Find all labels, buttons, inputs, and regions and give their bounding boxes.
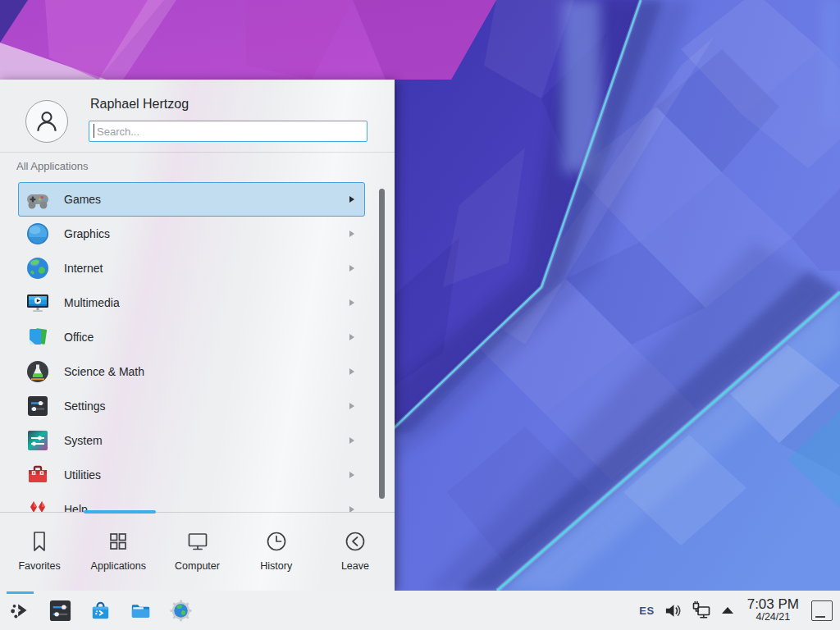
help-icon bbox=[25, 496, 51, 512]
keyboard-layout-indicator[interactable]: ES bbox=[639, 605, 654, 617]
application-launcher-button[interactable] bbox=[5, 591, 35, 630]
history-icon bbox=[264, 529, 289, 554]
category-label: Graphics bbox=[64, 227, 110, 240]
user-avatar[interactable] bbox=[25, 100, 68, 143]
submenu-arrow-icon bbox=[349, 231, 354, 237]
tab-label: Computer bbox=[175, 560, 220, 572]
applications-icon bbox=[106, 529, 130, 554]
tab-favorites[interactable]: Favorites bbox=[0, 525, 79, 572]
category-office[interactable]: Office bbox=[18, 320, 365, 354]
system-icon bbox=[25, 427, 51, 454]
system-tray: ES 7:03 PM 4/24/21 bbox=[639, 597, 840, 623]
submenu-arrow-icon bbox=[349, 299, 354, 306]
desktop: Raphael Hertzog All Applications bbox=[0, 0, 840, 630]
tab-applications[interactable]: Applications bbox=[79, 525, 158, 572]
category-label: Multimedia bbox=[64, 296, 120, 309]
category-label: System bbox=[64, 434, 103, 447]
search-field bbox=[89, 121, 368, 142]
submenu-arrow-icon bbox=[349, 265, 354, 272]
graphics-icon bbox=[25, 221, 51, 247]
tab-label: Favorites bbox=[18, 560, 60, 572]
globe-gear-icon bbox=[168, 598, 194, 623]
utilities-icon bbox=[25, 462, 51, 488]
tab-history[interactable]: History bbox=[237, 525, 316, 572]
category-label: Utilities bbox=[64, 468, 101, 482]
category-list: Games Graphics bbox=[0, 182, 379, 512]
tab-label: History bbox=[260, 560, 292, 572]
show-desktop-glyph bbox=[815, 616, 825, 618]
category-label: Games bbox=[64, 193, 101, 206]
submenu-arrow-icon bbox=[349, 334, 354, 340]
digital-clock[interactable]: 7:03 PM 4/24/21 bbox=[747, 597, 799, 623]
show-desktop-button[interactable] bbox=[811, 600, 833, 621]
games-icon bbox=[25, 186, 51, 212]
active-tab-indicator bbox=[84, 510, 156, 514]
tabs-divider bbox=[0, 512, 395, 513]
multimedia-icon bbox=[25, 290, 51, 316]
category-help[interactable]: Help bbox=[18, 492, 365, 512]
category-scrollbar[interactable] bbox=[379, 189, 385, 499]
volume-icon[interactable] bbox=[664, 601, 682, 620]
clock-date: 4/24/21 bbox=[756, 612, 790, 623]
favorites-icon bbox=[27, 529, 52, 554]
computer-icon bbox=[185, 529, 210, 554]
submenu-arrow-icon bbox=[349, 506, 354, 512]
category-graphics[interactable]: Graphics bbox=[18, 217, 365, 251]
web-browser-button[interactable] bbox=[166, 591, 196, 630]
wired-network-icon[interactable] bbox=[692, 600, 711, 620]
discover-button[interactable] bbox=[85, 591, 116, 630]
submenu-arrow-icon bbox=[349, 472, 354, 478]
tab-label: Leave bbox=[341, 560, 369, 572]
settings-icon bbox=[25, 393, 51, 419]
category-utilities[interactable]: Utilities bbox=[18, 458, 365, 492]
category-games[interactable]: Games bbox=[18, 182, 365, 217]
category-system[interactable]: System bbox=[18, 423, 365, 458]
category-label: Internet bbox=[64, 262, 103, 275]
search-input[interactable] bbox=[89, 121, 368, 142]
system-settings-button[interactable] bbox=[45, 591, 75, 630]
expand-tray-arrow-icon[interactable] bbox=[722, 607, 733, 614]
clock-time: 7:03 PM bbox=[747, 597, 799, 613]
section-label: All Applications bbox=[16, 160, 88, 172]
submenu-arrow-icon bbox=[349, 437, 354, 444]
category-label: Settings bbox=[64, 399, 106, 413]
taskbar-apps bbox=[0, 591, 196, 630]
user-name: Raphael Hertzog bbox=[90, 97, 189, 112]
tab-computer[interactable]: Computer bbox=[158, 525, 236, 572]
category-label: Science & Math bbox=[64, 365, 144, 378]
application-launcher-panel: Raphael Hertzog All Applications bbox=[0, 80, 395, 591]
submenu-arrow-icon bbox=[349, 403, 354, 409]
category-settings[interactable]: Settings bbox=[18, 389, 365, 423]
system-settings-icon bbox=[48, 598, 73, 623]
category-science-math[interactable]: Science & Math bbox=[18, 354, 365, 389]
folder-icon bbox=[128, 598, 153, 623]
office-icon bbox=[25, 324, 51, 350]
internet-icon bbox=[25, 255, 51, 281]
kde-launcher-icon bbox=[8, 598, 33, 623]
discover-icon bbox=[88, 598, 113, 623]
launcher-tabs: Favorites Applications Computer bbox=[0, 525, 395, 572]
category-multimedia[interactable]: Multimedia bbox=[18, 285, 365, 320]
tab-label: Applications bbox=[91, 560, 146, 572]
tab-leave[interactable]: Leave bbox=[316, 525, 395, 572]
category-label: Office bbox=[64, 331, 94, 344]
submenu-arrow-icon bbox=[349, 368, 354, 375]
submenu-arrow-icon bbox=[349, 196, 354, 203]
text-caret bbox=[94, 124, 94, 138]
header-divider bbox=[0, 152, 395, 153]
science-icon bbox=[25, 358, 51, 385]
taskbar: ES 7:03 PM 4/24/21 bbox=[0, 591, 840, 630]
leave-icon bbox=[343, 529, 368, 554]
category-internet[interactable]: Internet bbox=[18, 251, 365, 285]
user-icon bbox=[33, 107, 61, 135]
file-manager-button[interactable] bbox=[126, 591, 156, 630]
